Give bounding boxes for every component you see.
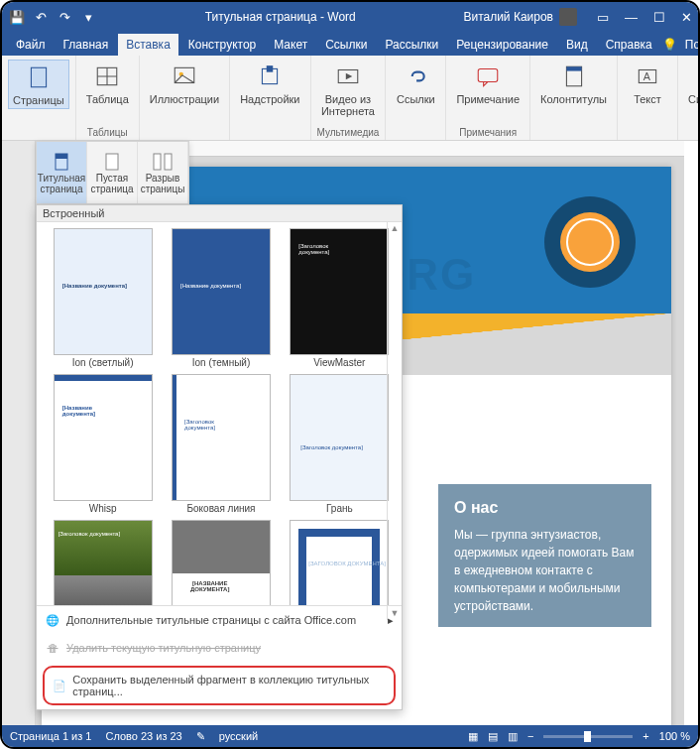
status-bar: Страница 1 из 1 Слово 23 из 23 ✎ русский… (2, 725, 698, 747)
more-from-office[interactable]: 🌐 Дополнительные титульные страницы с са… (37, 606, 402, 634)
proofing-icon[interactable]: ✎ (196, 730, 205, 743)
tab-references[interactable]: Ссылки (317, 34, 375, 56)
tab-review[interactable]: Рецензирование (448, 34, 556, 56)
blank-page-icon (101, 151, 123, 173)
save-selection-to-gallery[interactable]: 📄 Сохранить выделенный фрагмент в коллек… (43, 666, 396, 705)
gallery-item-ion-light[interactable]: [Название документа]Ion (светлый) (47, 228, 159, 368)
cover-page-gallery: Встроенный [Название документа]Ion (свет… (36, 204, 403, 710)
link-icon (401, 62, 430, 91)
svg-rect-16 (56, 154, 67, 159)
svg-rect-18 (154, 154, 161, 170)
tab-insert[interactable]: Вставка (118, 34, 178, 56)
gallery-item-viewmaster[interactable]: [Заголовок документа]ViewMaster (284, 228, 396, 368)
avatar-icon[interactable] (559, 8, 577, 26)
gallery-section-header: Встроенный (37, 205, 402, 222)
page-break-button[interactable]: Разрыв страницы (138, 142, 188, 203)
table-button[interactable]: Таблица (82, 60, 133, 107)
svg-rect-19 (165, 154, 172, 170)
tab-help[interactable]: Справка (598, 34, 660, 56)
pages-dropdown: Титульная страница Пустая страница Разры… (36, 141, 189, 204)
svg-rect-17 (106, 154, 118, 170)
table-icon (92, 62, 122, 91)
svg-rect-10 (478, 68, 498, 81)
maximize-icon[interactable]: ☐ (653, 10, 665, 25)
tell-me-label[interactable]: Помощь (685, 38, 700, 52)
status-language[interactable]: русский (219, 730, 258, 742)
gallery-item-integral[interactable]: [НАЗВАНИЕ ДОКУМЕНТА]Интеграл (165, 520, 277, 605)
sidebar-box[interactable]: О нас Мы — группа энтузиастов, одержимых… (438, 484, 651, 627)
gallery-item-facet[interactable]: [Заголовок документа]Грань (284, 374, 396, 514)
navigation-pane-stub (2, 141, 36, 725)
svg-rect-0 (31, 67, 46, 87)
gallery-item-sideline[interactable]: [Заголовок документа]Боковая линия (165, 374, 277, 514)
gallery-grid: [Название документа]Ion (светлый) [Назва… (37, 222, 402, 605)
header-icon (559, 62, 589, 91)
text-button[interactable]: A Текст (624, 60, 671, 107)
addins-button[interactable]: Надстройки (236, 60, 303, 107)
headerfooter-button[interactable]: Колонтитулы (536, 60, 611, 107)
svg-marker-9 (346, 73, 353, 80)
window-title: Титульная страница - Word (105, 10, 455, 24)
tab-home[interactable]: Главная (56, 34, 117, 56)
about-body: Мы — группа энтузиастов, одержимых идеей… (454, 526, 636, 615)
tab-design[interactable]: Конструктор (180, 34, 264, 56)
globe-icon: 🌐 (45, 612, 60, 628)
group-comments: Примечания (459, 127, 517, 138)
minimize-icon[interactable]: — (625, 10, 638, 25)
about-heading: О нас (454, 496, 636, 520)
remove-cover-page[interactable]: 🗑 Удалить текущую титульную страницу (37, 634, 402, 662)
blank-page-button[interactable]: Пустая страница (87, 142, 138, 203)
group-tables: Таблицы (87, 127, 128, 138)
addins-icon (255, 62, 285, 91)
status-words[interactable]: Слово 23 из 23 (105, 730, 181, 742)
undo-icon[interactable]: ↶ (32, 8, 50, 26)
svg-rect-7 (267, 65, 274, 72)
tab-mailings[interactable]: Рассылки (377, 34, 446, 56)
links-button[interactable]: Ссылки (392, 60, 439, 107)
illustrations-button[interactable]: Иллюстрации (146, 60, 223, 107)
online-video-button[interactable]: Видео из Интернета (317, 60, 379, 119)
user-name[interactable]: Виталий Каиров (463, 10, 553, 24)
zoom-in-icon[interactable]: + (642, 730, 648, 742)
gallery-item-whisp[interactable]: [Название документа]Whisp (47, 374, 159, 514)
cover-page-button[interactable]: Титульная страница (37, 142, 87, 203)
ribbon-options-icon[interactable]: ▭ (597, 10, 609, 25)
pages-button[interactable]: Страницы (8, 60, 69, 109)
tab-file[interactable]: Файл (8, 34, 54, 56)
save-icon[interactable]: 💾 (8, 8, 26, 26)
cover-logo (544, 196, 636, 288)
group-media: Мультимедиа (317, 127, 380, 138)
close-icon[interactable]: ✕ (681, 10, 692, 25)
view-print-icon[interactable]: ▤ (488, 730, 498, 743)
textbox-icon: A (633, 62, 662, 91)
zoom-slider[interactable] (543, 735, 633, 738)
comment-button[interactable]: Примечание (452, 60, 524, 107)
view-read-icon[interactable]: ▦ (468, 730, 478, 743)
page-break-icon (152, 151, 174, 173)
comment-icon (473, 62, 503, 91)
zoom-out-icon[interactable]: − (527, 730, 533, 742)
ribbon-tabs: Файл Главная Вставка Конструктор Макет С… (2, 32, 698, 56)
gallery-item-motion[interactable]: [Заголовок документа]Движение (47, 520, 159, 605)
gallery-scrollbar[interactable]: ▲▼ (387, 221, 402, 620)
tell-me-icon[interactable]: 💡 (662, 38, 677, 52)
svg-rect-12 (566, 66, 581, 70)
tab-layout[interactable]: Макет (266, 34, 315, 56)
cover-page-icon (51, 151, 72, 173)
view-web-icon[interactable]: ▥ (508, 730, 518, 743)
qat-dropdown-icon[interactable]: ▾ (79, 8, 97, 26)
page-icon (24, 62, 54, 92)
ribbon: Страницы Таблица Таблицы Иллюстрации Над… (2, 56, 698, 141)
video-icon (333, 62, 363, 91)
picture-icon (170, 62, 199, 91)
redo-icon[interactable]: ↷ (56, 8, 73, 26)
symbols-button[interactable]: Ω Символы (684, 60, 700, 107)
gallery-item-ion-dark[interactable]: [Название документа]Ion (темный) (165, 228, 277, 368)
svg-text:A: A (643, 70, 651, 82)
title-bar: 💾 ↶ ↷ ▾ Титульная страница - Word Витали… (2, 2, 698, 32)
status-page[interactable]: Страница 1 из 1 (10, 730, 91, 742)
tab-view[interactable]: Вид (558, 34, 596, 56)
zoom-level[interactable]: 100 % (659, 730, 690, 742)
save-selection-icon: 📄 (53, 678, 66, 693)
gallery-item-banded[interactable]: [ЗАГОЛОВОК ДОКУМЕНТА]Окаймление (284, 520, 396, 605)
